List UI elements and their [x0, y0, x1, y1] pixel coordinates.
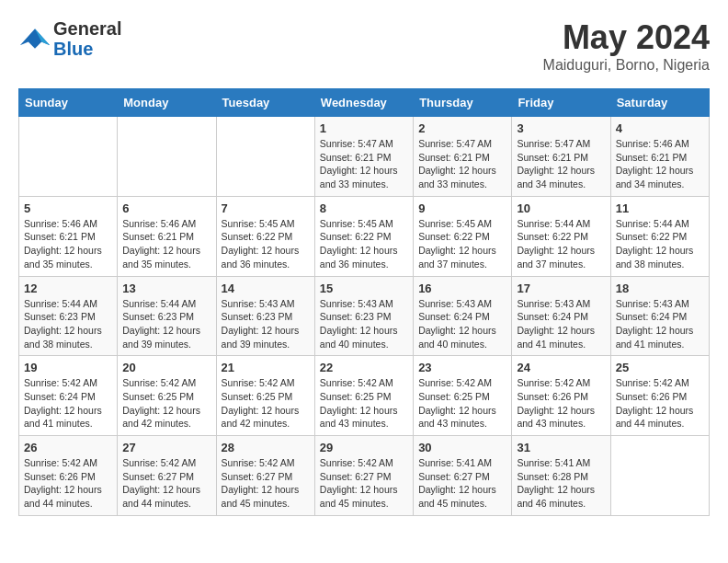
day-detail: Sunrise: 5:45 AM Sunset: 6:22 PM Dayligh…	[320, 217, 408, 271]
calendar-cell: 18Sunrise: 5:43 AM Sunset: 6:24 PM Dayli…	[610, 276, 709, 356]
day-number: 29	[320, 441, 408, 454]
day-detail: Sunrise: 5:41 AM Sunset: 6:28 PM Dayligh…	[517, 456, 605, 511]
header-monday: Monday	[118, 89, 216, 117]
day-number: 3	[517, 121, 605, 135]
day-number: 14	[222, 282, 310, 295]
day-number: 19	[24, 361, 112, 374]
day-detail: Sunrise: 5:46 AM Sunset: 6:21 PM Dayligh…	[24, 217, 112, 271]
calendar-subtitle: Maiduguri, Borno, Nigeria	[543, 57, 710, 74]
day-number: 9	[418, 201, 506, 215]
calendar-cell: 27Sunrise: 5:42 AM Sunset: 6:27 PM Dayli…	[118, 436, 216, 516]
day-detail: Sunrise: 5:43 AM Sunset: 6:24 PM Dayligh…	[616, 297, 704, 351]
day-number: 13	[122, 282, 210, 295]
calendar-cell: 15Sunrise: 5:43 AM Sunset: 6:23 PM Dayli…	[314, 276, 413, 356]
calendar-cell: 7Sunrise: 5:45 AM Sunset: 6:22 PM Daylig…	[216, 196, 314, 276]
day-number: 24	[517, 361, 605, 374]
calendar-cell: 2Sunrise: 5:47 AM Sunset: 6:21 PM Daylig…	[414, 117, 512, 197]
calendar-cell: 22Sunrise: 5:42 AM Sunset: 6:25 PM Dayli…	[314, 356, 413, 436]
day-number: 21	[222, 361, 310, 374]
day-detail: Sunrise: 5:44 AM Sunset: 6:23 PM Dayligh…	[24, 297, 112, 351]
calendar-cell: 17Sunrise: 5:43 AM Sunset: 6:24 PM Dayli…	[512, 276, 610, 356]
day-number: 7	[222, 201, 310, 215]
day-number: 27	[122, 441, 210, 454]
day-number: 4	[616, 121, 704, 135]
day-detail: Sunrise: 5:41 AM Sunset: 6:27 PM Dayligh…	[418, 456, 506, 511]
week-row-4: 19Sunrise: 5:42 AM Sunset: 6:24 PM Dayli…	[19, 356, 710, 436]
day-number: 28	[222, 441, 310, 454]
day-detail: Sunrise: 5:42 AM Sunset: 6:25 PM Dayligh…	[222, 376, 310, 431]
day-number: 15	[320, 282, 408, 295]
day-detail: Sunrise: 5:44 AM Sunset: 6:22 PM Dayligh…	[517, 217, 605, 271]
calendar-cell: 23Sunrise: 5:42 AM Sunset: 6:25 PM Dayli…	[414, 356, 512, 436]
week-row-5: 26Sunrise: 5:42 AM Sunset: 6:26 PM Dayli…	[19, 436, 710, 516]
day-number: 1	[320, 121, 408, 135]
day-detail: Sunrise: 5:43 AM Sunset: 6:23 PM Dayligh…	[222, 297, 310, 351]
day-number: 23	[418, 361, 506, 374]
week-row-3: 12Sunrise: 5:44 AM Sunset: 6:23 PM Dayli…	[19, 276, 710, 356]
day-detail: Sunrise: 5:45 AM Sunset: 6:22 PM Dayligh…	[222, 217, 310, 271]
day-detail: Sunrise: 5:46 AM Sunset: 6:21 PM Dayligh…	[122, 217, 210, 271]
calendar-table: SundayMondayTuesdayWednesdayThursdayFrid…	[18, 88, 710, 516]
calendar-cell: 26Sunrise: 5:42 AM Sunset: 6:26 PM Dayli…	[19, 436, 118, 516]
day-detail: Sunrise: 5:44 AM Sunset: 6:22 PM Dayligh…	[616, 217, 704, 271]
day-detail: Sunrise: 5:43 AM Sunset: 6:23 PM Dayligh…	[320, 297, 408, 351]
day-number: 8	[320, 201, 408, 215]
calendar-cell: 14Sunrise: 5:43 AM Sunset: 6:23 PM Dayli…	[216, 276, 314, 356]
day-detail: Sunrise: 5:44 AM Sunset: 6:23 PM Dayligh…	[122, 297, 210, 351]
calendar-cell	[19, 117, 118, 197]
day-number: 30	[418, 441, 506, 454]
day-number: 18	[616, 282, 704, 295]
day-number: 10	[517, 201, 605, 215]
calendar-cell: 19Sunrise: 5:42 AM Sunset: 6:24 PM Dayli…	[19, 356, 118, 436]
day-detail: Sunrise: 5:47 AM Sunset: 6:21 PM Dayligh…	[418, 137, 506, 191]
day-detail: Sunrise: 5:46 AM Sunset: 6:21 PM Dayligh…	[616, 137, 704, 191]
calendar-cell: 25Sunrise: 5:42 AM Sunset: 6:26 PM Dayli…	[610, 356, 709, 436]
svg-marker-0	[20, 29, 50, 49]
calendar-cell: 20Sunrise: 5:42 AM Sunset: 6:25 PM Dayli…	[118, 356, 216, 436]
calendar-cell: 10Sunrise: 5:44 AM Sunset: 6:22 PM Dayli…	[512, 196, 610, 276]
day-number: 26	[24, 441, 112, 454]
calendar-cell: 16Sunrise: 5:43 AM Sunset: 6:24 PM Dayli…	[414, 276, 512, 356]
day-detail: Sunrise: 5:43 AM Sunset: 6:24 PM Dayligh…	[517, 297, 605, 351]
day-detail: Sunrise: 5:42 AM Sunset: 6:26 PM Dayligh…	[24, 456, 112, 511]
day-number: 31	[517, 441, 605, 454]
calendar-cell: 30Sunrise: 5:41 AM Sunset: 6:27 PM Dayli…	[414, 436, 512, 516]
day-detail: Sunrise: 5:42 AM Sunset: 6:26 PM Dayligh…	[616, 376, 704, 431]
calendar-cell	[610, 436, 709, 516]
calendar-cell: 28Sunrise: 5:42 AM Sunset: 6:27 PM Dayli…	[216, 436, 314, 516]
calendar-cell: 1Sunrise: 5:47 AM Sunset: 6:21 PM Daylig…	[314, 117, 413, 197]
header-tuesday: Tuesday	[216, 89, 314, 117]
day-detail: Sunrise: 5:42 AM Sunset: 6:27 PM Dayligh…	[122, 456, 210, 511]
calendar-cell: 8Sunrise: 5:45 AM Sunset: 6:22 PM Daylig…	[314, 196, 413, 276]
calendar-cell: 4Sunrise: 5:46 AM Sunset: 6:21 PM Daylig…	[610, 117, 709, 197]
week-row-2: 5Sunrise: 5:46 AM Sunset: 6:21 PM Daylig…	[19, 196, 710, 276]
day-number: 11	[616, 201, 704, 215]
day-detail: Sunrise: 5:42 AM Sunset: 6:25 PM Dayligh…	[122, 376, 210, 431]
calendar-cell: 11Sunrise: 5:44 AM Sunset: 6:22 PM Dayli…	[610, 196, 709, 276]
day-detail: Sunrise: 5:47 AM Sunset: 6:21 PM Dayligh…	[517, 137, 605, 191]
day-detail: Sunrise: 5:42 AM Sunset: 6:27 PM Dayligh…	[320, 456, 408, 511]
header: General Blue May 2024 Maiduguri, Borno, …	[18, 18, 710, 74]
calendar-cell: 12Sunrise: 5:44 AM Sunset: 6:23 PM Dayli…	[19, 276, 118, 356]
day-detail: Sunrise: 5:42 AM Sunset: 6:24 PM Dayligh…	[24, 376, 112, 431]
logo-line2: Blue	[53, 39, 121, 59]
calendar-cell: 24Sunrise: 5:42 AM Sunset: 6:26 PM Dayli…	[512, 356, 610, 436]
calendar-cell: 5Sunrise: 5:46 AM Sunset: 6:21 PM Daylig…	[19, 196, 118, 276]
calendar-cell: 9Sunrise: 5:45 AM Sunset: 6:22 PM Daylig…	[414, 196, 512, 276]
logo-line1: General	[53, 18, 121, 39]
logo-bird-icon	[18, 22, 51, 55]
header-saturday: Saturday	[610, 89, 709, 117]
day-number: 12	[24, 282, 112, 295]
day-number: 2	[418, 121, 506, 135]
title-area: May 2024 Maiduguri, Borno, Nigeria	[543, 18, 710, 74]
header-row: SundayMondayTuesdayWednesdayThursdayFrid…	[19, 89, 710, 117]
day-number: 6	[122, 201, 210, 215]
day-detail: Sunrise: 5:42 AM Sunset: 6:26 PM Dayligh…	[517, 376, 605, 431]
day-detail: Sunrise: 5:42 AM Sunset: 6:25 PM Dayligh…	[320, 376, 408, 431]
header-friday: Friday	[512, 89, 610, 117]
day-detail: Sunrise: 5:42 AM Sunset: 6:25 PM Dayligh…	[418, 376, 506, 431]
calendar-cell: 31Sunrise: 5:41 AM Sunset: 6:28 PM Dayli…	[512, 436, 610, 516]
day-number: 17	[517, 282, 605, 295]
day-number: 16	[418, 282, 506, 295]
logo: General Blue	[18, 18, 121, 59]
